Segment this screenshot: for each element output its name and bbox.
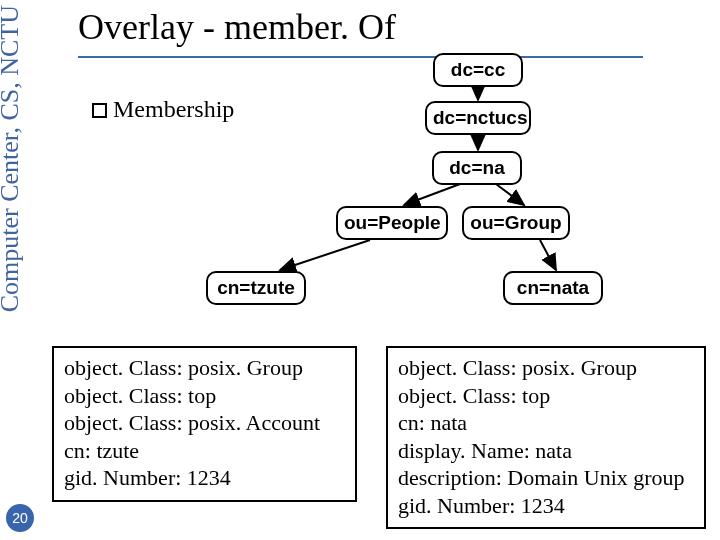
bullet-square-icon [92, 103, 107, 118]
ldif-box-right: object. Class: posix. Group object. Clas… [386, 346, 706, 529]
node-ou-group: ou=Group [462, 206, 570, 240]
bullet-text: Membership [113, 96, 234, 122]
node-dc-nctucs: dc=nctucs [425, 101, 531, 135]
slide-title: Overlay - member. Of [78, 6, 396, 48]
bullet-membership: Membership [92, 96, 234, 123]
node-dc-cc: dc=cc [433, 53, 523, 87]
node-cn-nata: cn=nata [503, 271, 603, 305]
node-cn-tzute: cn=tzute [206, 271, 306, 305]
svg-line-3 [496, 184, 524, 205]
ldif-box-left: object. Class: posix. Group object. Clas… [52, 346, 357, 502]
vertical-org-label: Computer Center, CS, NCTU [0, 5, 25, 312]
svg-line-5 [540, 240, 556, 270]
svg-line-2 [404, 184, 460, 205]
title-rule [78, 56, 643, 58]
node-ou-people: ou=People [336, 206, 448, 240]
svg-line-4 [280, 240, 370, 270]
page-number-badge: 20 [6, 504, 34, 532]
node-dc-na: dc=na [432, 151, 522, 185]
